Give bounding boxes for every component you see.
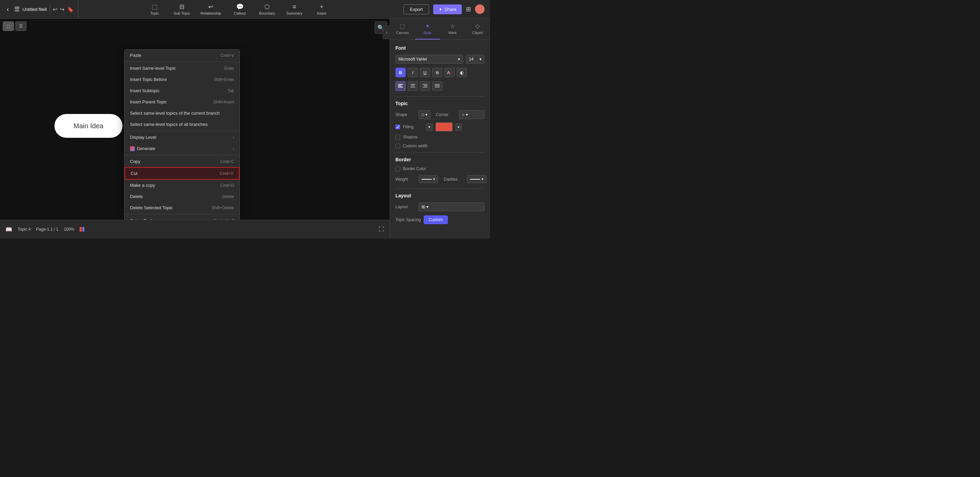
tool-topic-label: Topic (150, 11, 159, 15)
canvas-tab-label: Canvas (396, 30, 409, 35)
undo-button[interactable]: ↩ (53, 6, 57, 13)
svg-rect-2 (398, 87, 403, 87)
align-justify-button[interactable] (432, 81, 442, 91)
bold-button[interactable]: B (395, 68, 406, 77)
tab-mark[interactable]: ☆ Mark (440, 19, 465, 40)
custom-width-checkbox[interactable] (395, 143, 400, 148)
ctx-insert-parent[interactable]: Insert Parent Topic Shift+Insert (124, 96, 240, 108)
layout-selector[interactable]: ⊞ ▾ (418, 202, 485, 211)
tool-callout[interactable]: 💬 Callout (231, 3, 248, 15)
tool-insert[interactable]: + Insert (313, 3, 330, 15)
toolbar-right: Export ✦ Share ⊞ (398, 5, 490, 14)
ctx-select-branch[interactable]: Select same-level topics of the current … (124, 108, 240, 119)
share-button[interactable]: ✦ Share (433, 5, 462, 14)
filling-checkbox[interactable]: ✓ (395, 124, 400, 129)
svg-rect-4 (411, 86, 414, 86)
align-right-icon (423, 84, 427, 88)
font-color-button[interactable]: A▬ (444, 68, 455, 77)
tool-relationship[interactable]: ↩ Relationship (200, 3, 221, 15)
tab-clipart[interactable]: ◇ Clipart (465, 19, 490, 40)
tab-canvas[interactable]: ⬚ Canvas (390, 19, 415, 40)
align-right-button[interactable] (420, 81, 430, 91)
weight-line (422, 179, 432, 180)
align-left-button[interactable] (395, 81, 406, 91)
bottom-bar: 📖 Topic 4 Page-1 1 / 1 100% ⛶ (0, 220, 390, 238)
panel-collapse-button[interactable]: ‹ (383, 25, 390, 39)
layout-arrow: ▾ (426, 205, 428, 209)
custom-width-label: Custom width (403, 143, 428, 148)
ctx-generate-label: Generate (137, 146, 155, 151)
menu-button[interactable]: ☰ (14, 5, 20, 13)
border-color-checkbox[interactable] (395, 166, 400, 171)
ctx-cut-shortcut: Cmd+X (220, 171, 234, 176)
ctx-cut-label: Cut (130, 171, 137, 176)
view-toggle: ⬚ ☰ (3, 21, 27, 31)
tool-summary[interactable]: ≡ Summary (286, 3, 303, 15)
tool-relationship-label: Relationship (200, 11, 221, 15)
style-tab-label: Style (423, 30, 431, 35)
ctx-delete-selected[interactable]: Delete Selected Topic Shift+Delete (124, 202, 240, 213)
font-size-arrow: ▾ (479, 57, 482, 62)
ctx-insert-same-shortcut: Enter (224, 66, 234, 71)
ctx-generate-arrow: › (233, 146, 234, 151)
ctx-paste[interactable]: Paste Cmd+V (124, 50, 240, 61)
ctx-generate-content: Generate (130, 146, 155, 151)
corner-arrow: ▾ (466, 112, 468, 117)
shadow-checkbox[interactable] (395, 135, 400, 140)
italic-button[interactable]: I (408, 68, 418, 77)
ctx-make-copy-label: Make a copy (130, 183, 155, 188)
border-section-title: Border (395, 157, 485, 162)
highlight-button[interactable]: ◐ (457, 68, 467, 77)
back-button[interactable]: ‹ (4, 5, 11, 14)
font-size-selector[interactable]: 14 ▾ (466, 55, 485, 64)
corner-selector[interactable]: ⌐ ▾ (459, 110, 485, 119)
ctx-set-task[interactable]: Set as Task Cmd+Alt+T (124, 215, 240, 220)
ctx-select-all[interactable]: Select same-level topics of all branches (124, 119, 240, 130)
fill-color-dropdown[interactable]: ▾ (455, 124, 462, 130)
canvas-view-button[interactable]: ⬚ (3, 21, 14, 31)
border-color-row: Border Color (395, 166, 485, 171)
redo-button[interactable]: ↪ (60, 6, 64, 13)
svg-rect-10 (435, 86, 440, 86)
tool-subtopic[interactable]: ⊟ Sub Topic (173, 3, 190, 15)
insert-icon: + (320, 3, 324, 11)
bottom-book-button[interactable]: 📖 (5, 226, 12, 233)
dashes-selector[interactable]: ▾ (467, 175, 487, 183)
ctx-copy[interactable]: Copy Cmd+C (124, 156, 240, 167)
shape-selector[interactable]: □ ▾ (418, 110, 430, 119)
ctx-insert-before[interactable]: Insert Topic Before Shift+Enter (124, 74, 240, 85)
strikethrough-button[interactable]: S (432, 68, 442, 77)
fill-color-arrow: ▾ (458, 125, 460, 129)
tab-style[interactable]: ✦ Style (415, 19, 440, 40)
ctx-generate[interactable]: Generate › (124, 143, 240, 154)
ctx-divider-2 (124, 130, 240, 131)
ctx-insert-parent-shortcut: Shift+Insert (213, 100, 234, 105)
weight-selector[interactable]: ▾ (418, 175, 438, 183)
align-center-button[interactable] (408, 81, 418, 91)
ctx-cut[interactable]: Cut Cmd+X (124, 167, 240, 180)
fill-dropdown[interactable]: ▾ (426, 123, 433, 131)
tool-boundary-label: Boundary (259, 11, 275, 15)
underline-button[interactable]: U (420, 68, 430, 77)
ctx-insert-subtopic[interactable]: Insert Subtopic Tab (124, 85, 240, 96)
list-view-button[interactable]: ☰ (15, 21, 27, 31)
font-family-selector[interactable]: Microsoft YaHei ▾ (395, 55, 463, 64)
weight-row: Weight ▾ Dashes ▾ (395, 175, 485, 183)
ctx-insert-same[interactable]: Insert Same-level Topic Enter (124, 63, 240, 74)
tool-boundary[interactable]: ⬡ Boundary (259, 3, 275, 15)
bottom-expand-button[interactable]: ⛶ (379, 226, 384, 232)
ctx-make-copy[interactable]: Make a copy Cmd+D (124, 180, 240, 191)
grid-button[interactable]: ⊞ (466, 5, 471, 13)
tool-topic[interactable]: ⬚ Topic (146, 3, 163, 15)
bottom-page-info: Page-1 1 / 1 (36, 227, 58, 232)
fill-color-swatch[interactable] (436, 122, 453, 131)
export-button[interactable]: Export (404, 5, 430, 14)
ctx-display-level[interactable]: Display Level › (124, 132, 240, 143)
main-idea-node[interactable]: Main Idea (54, 114, 123, 138)
ctx-delete[interactable]: Delete Delete (124, 191, 240, 202)
shadow-row: Shadow (395, 135, 485, 140)
bookmark-button[interactable]: 🔖 (67, 6, 74, 13)
font-section-title: Font (395, 45, 485, 51)
custom-spacing-button[interactable]: Custom (424, 215, 448, 224)
align-justify-icon (435, 84, 440, 88)
